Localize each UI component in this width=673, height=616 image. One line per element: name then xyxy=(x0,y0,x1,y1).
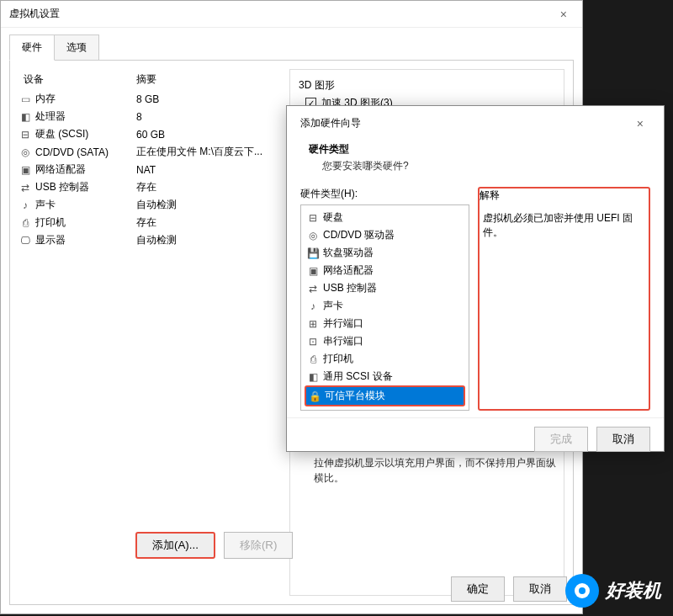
hw-row-memory[interactable]: ▭内存8 GB xyxy=(19,90,279,108)
logo-icon xyxy=(565,574,599,608)
printer-icon: ⎙ xyxy=(306,353,320,365)
wizard-close-icon[interactable]: × xyxy=(630,117,650,130)
types-label: 硬件类型(H): xyxy=(300,187,469,201)
close-icon[interactable]: × xyxy=(554,8,574,21)
watermark-logo: 好装机 xyxy=(565,574,661,608)
header-device: 设备 xyxy=(19,72,136,87)
ok-button[interactable]: 确定 xyxy=(451,576,505,602)
footer-buttons: 确定 取消 xyxy=(451,576,567,602)
type-net[interactable]: ▣网络适配器 xyxy=(305,262,465,279)
explain-label: 解释 xyxy=(480,189,649,203)
wizard-cancel-button[interactable]: 取消 xyxy=(596,427,650,452)
display-icon: 🖵 xyxy=(19,235,32,247)
hw-row-cd[interactable]: ◎CD/DVD (SATA)正在使用文件 M:\百度云下... xyxy=(19,143,279,161)
hw-row-net[interactable]: ▣网络适配器NAT xyxy=(19,161,279,178)
tab-hardware[interactable]: 硬件 xyxy=(9,35,55,61)
network-icon: ▣ xyxy=(19,164,32,176)
add-hardware-wizard: 添加硬件向导 × 硬件类型 您要安装哪类硬件? 硬件类型(H): ⊟硬盘 ◎CD… xyxy=(286,105,665,452)
cd-icon: ◎ xyxy=(306,230,320,242)
printer-icon: ⎙ xyxy=(19,217,32,229)
hardware-headers: 设备 摘要 xyxy=(19,69,279,90)
type-sound[interactable]: ♪声卡 xyxy=(305,297,465,315)
type-parallel[interactable]: ⊞并行端口 xyxy=(305,315,465,332)
cpu-icon: ◧ xyxy=(19,111,32,123)
remove-button: 移除(R) xyxy=(224,532,294,559)
window-title: 虚拟机设置 xyxy=(9,7,60,21)
disk-icon: ⊟ xyxy=(306,212,320,224)
hw-row-display[interactable]: 🖵显示器自动检测 xyxy=(19,231,279,249)
add-button[interactable]: 添加(A)... xyxy=(135,532,215,559)
usb-icon: ⇄ xyxy=(19,182,32,194)
hw-row-usb[interactable]: ⇄USB 控制器存在 xyxy=(19,178,279,196)
cd-icon: ◎ xyxy=(19,146,32,158)
floppy-icon: 💾 xyxy=(306,247,320,259)
section-title: 3D 图形 xyxy=(299,78,555,93)
tab-options[interactable]: 选项 xyxy=(54,35,99,61)
wizard-right: 解释 虚拟机必须已加密并使用 UEFI 固件。 xyxy=(478,187,650,411)
cancel-button[interactable]: 取消 xyxy=(513,576,567,602)
logo-text: 好装机 xyxy=(606,578,661,603)
sound-icon: ♪ xyxy=(306,300,320,312)
type-tpm[interactable]: 🔒可信平台模块 xyxy=(305,385,465,406)
wizard-footer: 完成 取消 xyxy=(287,417,664,460)
hw-row-disk[interactable]: ⊟硬盘 (SCSI)60 GB xyxy=(19,125,279,143)
memory-icon: ▭ xyxy=(19,93,32,105)
wizard-left: 硬件类型(H): ⊟硬盘 ◎CD/DVD 驱动器 💾软盘驱动器 ▣网络适配器 ⇄… xyxy=(300,187,469,411)
titlebar: 虚拟机设置 × xyxy=(1,1,582,28)
wizard-header: 添加硬件向导 × 硬件类型 您要安装哪类硬件? xyxy=(287,106,664,180)
hw-row-cpu[interactable]: ◧处理器8 xyxy=(19,108,279,125)
header-summary: 摘要 xyxy=(136,72,279,87)
scsi-icon: ◧ xyxy=(306,371,320,383)
type-serial[interactable]: ⊡串行端口 xyxy=(305,332,465,350)
usb-icon: ⇄ xyxy=(306,283,320,295)
hardware-types-list: ⊟硬盘 ◎CD/DVD 驱动器 💾软盘驱动器 ▣网络适配器 ⇄USB 控制器 ♪… xyxy=(300,204,469,411)
hardware-list: 设备 摘要 ▭内存8 GB ◧处理器8 ⊟硬盘 (SCSI)60 GB ◎CD/… xyxy=(19,69,279,596)
wizard-question: 您要安装哪类硬件? xyxy=(300,159,650,173)
type-disk[interactable]: ⊟硬盘 xyxy=(305,209,465,226)
tpm-icon: 🔒 xyxy=(308,390,321,402)
wizard-body: 硬件类型(H): ⊟硬盘 ◎CD/DVD 驱动器 💾软盘驱动器 ▣网络适配器 ⇄… xyxy=(287,180,664,417)
parallel-icon: ⊞ xyxy=(306,318,320,330)
network-icon: ▣ xyxy=(306,265,320,277)
sound-icon: ♪ xyxy=(19,199,32,211)
disk-icon: ⊟ xyxy=(19,129,32,141)
wizard-subtitle: 硬件类型 xyxy=(300,142,650,157)
hw-row-printer[interactable]: ⎙打印机存在 xyxy=(19,214,279,231)
tabs: 硬件 选项 xyxy=(1,28,582,61)
hw-row-sound[interactable]: ♪声卡自动检测 xyxy=(19,196,279,214)
type-scsi[interactable]: ◧通用 SCSI 设备 xyxy=(305,368,465,385)
explain-text: 虚拟机必须已加密并使用 UEFI 固件。 xyxy=(480,206,649,409)
serial-icon: ⊡ xyxy=(306,336,320,348)
type-floppy[interactable]: 💾软盘驱动器 xyxy=(305,244,465,262)
wizard-title: 添加硬件向导 xyxy=(300,116,361,130)
type-printer[interactable]: ⎙打印机 xyxy=(305,350,465,368)
type-cd[interactable]: ◎CD/DVD 驱动器 xyxy=(305,226,465,244)
add-remove-row: 添加(A)... 移除(R) xyxy=(135,532,293,559)
finish-button: 完成 xyxy=(534,427,588,452)
type-usb[interactable]: ⇄USB 控制器 xyxy=(305,279,465,297)
